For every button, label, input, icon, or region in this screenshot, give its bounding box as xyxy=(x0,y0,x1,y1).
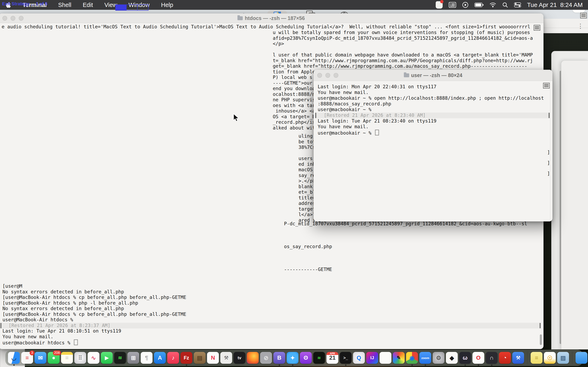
scrollbar[interactable] xyxy=(540,334,542,345)
marks-icon xyxy=(534,25,540,31)
dock-icon-messages[interactable]: ●208 xyxy=(48,352,60,364)
dock-icon-stickies[interactable]: ≡ xyxy=(531,352,543,364)
dock-icon-textedit[interactable]: ¶ xyxy=(141,352,153,364)
terminal-line: You have new mail. xyxy=(318,90,369,95)
dock-icon-launchpad[interactable]: ⠿ xyxy=(74,352,86,364)
dock-icon-quicktime[interactable]: Q xyxy=(353,352,365,364)
terminal-line: [user@MacBook-Air htdocs % cp before_all… xyxy=(2,295,186,300)
menu-extra-app-icon[interactable] xyxy=(436,1,443,8)
dock-icon-terminal[interactable]: ≋ xyxy=(114,352,126,364)
marks-icon xyxy=(543,83,550,89)
terminal-line: inhouse</a> <a xyxy=(273,108,315,114)
dock-icon-terminal-prompt[interactable]: >_ xyxy=(340,352,352,364)
dock-separator xyxy=(527,351,527,364)
notification-badge: 3 xyxy=(30,350,35,355)
background-terminal-window-2[interactable] xyxy=(561,60,588,350)
dock-icon-notes[interactable]: ≡ xyxy=(61,352,73,364)
zoom-button[interactable] xyxy=(19,16,24,21)
terminal-line: You have new mail. xyxy=(2,334,53,340)
dock-icon-document[interactable] xyxy=(380,352,391,364)
battery-icon[interactable] xyxy=(475,3,484,7)
dock-icon-opera[interactable]: O xyxy=(472,352,484,364)
terminal-line: ] xyxy=(547,171,550,176)
user-terminal-window[interactable]: user — -zsh — 80×24 Last login: Mon Apr … xyxy=(314,70,553,221)
content-divider xyxy=(550,82,550,220)
dock-icon-firefox[interactable] xyxy=(247,352,259,364)
dock-icon-finder[interactable]: ◡ xyxy=(8,352,20,364)
dock-icon-photos-stack[interactable]: ▨ xyxy=(557,352,569,364)
menu-item-edit[interactable]: Edit xyxy=(77,0,99,10)
user-titlebar[interactable]: user — -zsh — 80×24 xyxy=(314,70,553,81)
dock-icon-dictionary[interactable]: ▤ xyxy=(194,352,206,364)
dock-icon-bbedit[interactable]: B xyxy=(273,352,285,364)
window-title: htdocs — -zsh — 187×56 xyxy=(245,15,305,21)
menu-bar: Terminal ShellEditViewWindowHelp Tue Apr… xyxy=(0,0,588,10)
dock-icon-facetime[interactable]: ▶ xyxy=(101,352,113,364)
dock-icon-tooth-app[interactable]: ∩ xyxy=(486,352,498,364)
menu-bar-status: Tue Apr 21 8:24 AM xyxy=(436,1,588,8)
calendar-month-label: APR xyxy=(327,352,338,355)
terminal-line: get=_blank href="http://www.rjmprogrammi… xyxy=(273,63,527,69)
wifi-icon[interactable] xyxy=(490,2,496,8)
zoom-button[interactable] xyxy=(334,73,338,78)
dock-icon-art-palette[interactable]: ✎ xyxy=(393,352,405,364)
dock-icon-downloads-folder[interactable] xyxy=(576,352,587,364)
dock-icon-cat-app[interactable]: ω xyxy=(459,352,471,364)
running-indicator xyxy=(425,364,426,366)
close-button[interactable] xyxy=(317,73,322,78)
minimize-button[interactable] xyxy=(325,73,330,78)
terminal-line: Last login: Tue Apr 21 08:23:40 on ttys1… xyxy=(318,118,437,124)
control-center-icon[interactable] xyxy=(514,2,521,8)
menu-item-help[interactable]: Help xyxy=(155,0,179,10)
dock-icon-chrome[interactable]: ◉ xyxy=(406,352,418,364)
dock-icon-filezilla[interactable]: Fz xyxy=(181,352,192,364)
dock-icon-reminders[interactable]: ≡3 xyxy=(21,352,33,364)
dock-icon-music[interactable]: ♪ xyxy=(167,352,179,364)
terminal-line: OS <a target=_b xyxy=(273,114,315,119)
dock-icon-podcasts[interactable]: ʘ xyxy=(300,352,312,364)
running-indicator xyxy=(465,364,466,366)
dock-icon-safari[interactable]: ✦ xyxy=(287,352,298,364)
play-circle-icon[interactable] xyxy=(462,2,468,8)
dock-icon-mail[interactable]: ✉ xyxy=(35,352,46,364)
terminal-line: ----GETME">our xyxy=(273,80,312,86)
dock-icon-freeform[interactable]: ∿ xyxy=(87,352,99,364)
dock-icon-terminal-green[interactable]: ≋ xyxy=(313,352,325,364)
running-indicator xyxy=(345,364,346,366)
terminal-line: ------------GETME xyxy=(284,267,332,272)
dock-icon-calendar[interactable]: 21APR xyxy=(327,352,338,364)
terminal-line: No syntax errors detected in before_all.… xyxy=(2,306,124,311)
minimize-button[interactable] xyxy=(11,16,15,21)
dock-icon-calculator[interactable]: ⊞ xyxy=(127,352,139,364)
htdocs-titlebar[interactable]: htdocs — -zsh — 187×56 xyxy=(0,13,544,23)
dock-icon-zoom[interactable]: zoom xyxy=(419,352,431,364)
terminal-line: e audio scheduling tutorial! title='MacO… xyxy=(2,24,530,30)
search-icon[interactable] xyxy=(502,2,508,8)
dock-icon-apple-tv[interactable]: tv xyxy=(233,352,245,364)
menu-bar-clock[interactable]: Tue Apr 21 8:24 AM xyxy=(527,1,583,8)
terminal-cursor xyxy=(74,340,78,345)
terminal-line: ne PHP supervis xyxy=(273,97,315,103)
dock: ◡≡3✉●208≡⠿∿▶≋⊞¶A♪Fz▤N⚒tv⊘B✦ʘ≋21APR>_QIJ✎… xyxy=(5,350,583,366)
running-indicator xyxy=(491,364,493,366)
dock-icon-inkscape[interactable]: ◆ xyxy=(446,352,458,364)
dock-icon-keychain[interactable]: ⚒ xyxy=(220,352,232,364)
dock-icon-intellij[interactable]: IJ xyxy=(366,352,378,364)
terminal-line: os_say_record.php xyxy=(284,244,332,249)
dock-icon-news[interactable]: N xyxy=(207,352,219,364)
dock-icon-lightbulb-app[interactable]: ☉ xyxy=(544,352,556,364)
screen-artifact-text: Exit Strategy ... 1 of 5 xyxy=(2,1,48,7)
terminal-line: Last login: Tue Apr 21 08:10:51 on ttys1… xyxy=(2,328,121,334)
terminal-line: user@macbookair ~ % xyxy=(318,130,379,136)
keyboard-panel-icon[interactable] xyxy=(449,2,456,8)
dock-separator xyxy=(572,351,572,364)
terminal-line: user@macbookair ~ % open http://localhos… xyxy=(318,95,544,101)
dock-icon-hammer-app[interactable]: ⚒ xyxy=(512,352,524,364)
dock-icon-system-settings[interactable]: ⚙ xyxy=(433,352,444,364)
close-button[interactable] xyxy=(2,16,7,21)
dock-icon-gauge-app[interactable]: ◔ xyxy=(499,352,511,364)
dock-icon-app-store[interactable]: A xyxy=(154,352,166,364)
dock-icon-blocked-app[interactable]: ⊘ xyxy=(260,352,272,364)
terminal-line: u will be totally spared from your own v… xyxy=(273,30,530,35)
menu-item-shell[interactable]: Shell xyxy=(52,0,77,10)
